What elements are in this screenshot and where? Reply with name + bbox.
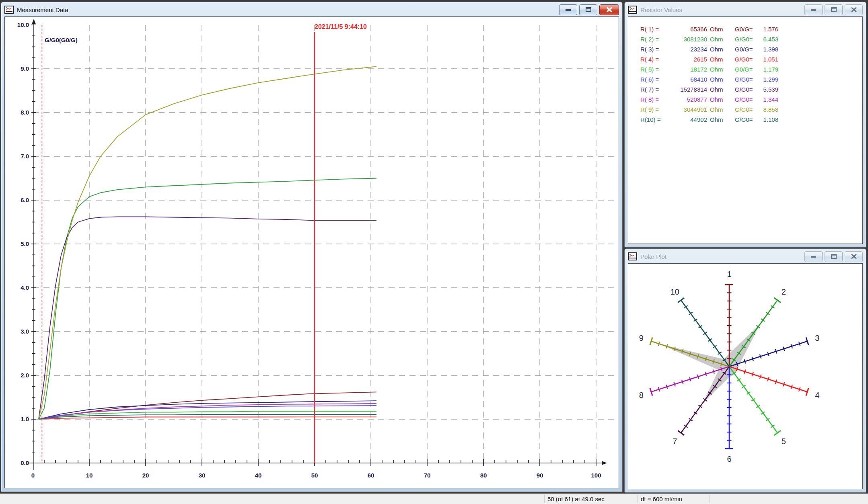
polar-ray-label: 8 (639, 391, 644, 400)
res-value: 65366 (672, 24, 707, 34)
res-ratio: 1.344 (759, 94, 778, 104)
res-ratio: 1.051 (759, 54, 778, 64)
status-bar: 50 (of 61) at 49.0 sec df = 600 ml/min (0, 494, 868, 504)
resistor-row: R(10) =44902OhmG/G0=1.108 (640, 115, 862, 125)
x-tick-label: 100 (591, 472, 601, 479)
minimize-button[interactable] (804, 4, 823, 15)
polar-titlebar[interactable]: Polar Plot (625, 249, 866, 263)
res-unit: Ohm (707, 94, 730, 104)
resistor-row: R( 7) =15278314OhmG/G0=5.539 (640, 84, 862, 94)
res-label: R( 6) = (640, 74, 672, 84)
x-tick-label: 50 (311, 472, 318, 479)
res-ratio-label: G/G0= (735, 84, 759, 94)
res-ratio-label: G0/G= (735, 44, 759, 54)
chart-app-icon[interactable] (628, 252, 638, 261)
desktop: { "desktop": { "background": "#3b3b3b" }… (0, 0, 868, 504)
res-value: 2615 (672, 54, 707, 64)
y-tick-label: 7.0 (21, 153, 29, 160)
polar-window-title: Polar Plot (640, 253, 666, 260)
resistor-row: R( 5) =18172OhmG0/G=1.179 (640, 64, 862, 74)
polar-ray-label: 7 (673, 437, 677, 446)
maximize-button[interactable] (579, 4, 597, 15)
polar-ray-5 (729, 367, 781, 435)
res-label: R( 4) = (640, 54, 672, 64)
close-button[interactable] (599, 4, 619, 15)
measurement-window-title: Measurement Data (17, 6, 68, 13)
resistors-titlebar[interactable]: Resistor Values (625, 2, 866, 16)
chart-app-icon[interactable] (4, 6, 14, 14)
res-label: R( 9) = (640, 104, 672, 115)
chart-y-axis-caption: G/G0(G0/G) (45, 37, 78, 43)
res-ratio-label: G/G0= (735, 115, 759, 125)
polar-ray-label: 4 (815, 391, 819, 400)
polar-chart: 12345678910 (628, 264, 863, 489)
close-button[interactable] (845, 4, 863, 15)
chart-app-icon[interactable] (628, 6, 638, 14)
res-unit: Ohm (707, 44, 730, 54)
res-ratio: 1.179 (759, 64, 778, 74)
res-unit: Ohm (707, 84, 730, 94)
res-ratio: 6.453 (759, 34, 778, 44)
res-unit: Ohm (707, 74, 730, 84)
res-ratio: 1.576 (759, 24, 778, 34)
y-tick-label: 1.0 (21, 416, 29, 422)
resistor-row: R( 8) =520877OhmG/G0=1.344 (640, 94, 862, 104)
res-label: R(10) = (640, 115, 672, 125)
status-flow-rate: df = 600 ml/min (641, 494, 682, 504)
x-tick-label: 40 (255, 472, 262, 479)
x-tick-label: 10 (86, 472, 93, 479)
timestamp-label: 2021/11/5 9:44:10 (315, 23, 367, 30)
polar-plot-area: 12345678910 (628, 263, 863, 489)
x-axis-arrow (602, 461, 607, 465)
resistor-list: R( 1) =65366OhmG0/G=1.576R( 2) =3081230O… (628, 17, 862, 125)
polar-ray-label: 3 (815, 334, 819, 342)
x-tick-label: 70 (424, 472, 431, 479)
resistor-row: R( 4) =2615OhmG/G0=1.051 (640, 54, 862, 64)
y-tick-label: 0.0 (21, 459, 29, 466)
x-tick-label: 60 (368, 472, 374, 479)
close-button[interactable] (845, 251, 863, 262)
minimize-button[interactable] (559, 4, 577, 15)
res-unit: Ohm (707, 54, 730, 64)
res-label: R( 3) = (640, 44, 672, 54)
y-tick-label: 6.0 (21, 197, 29, 203)
window-measurement-data: Measurement Data 0.01.02.03.04.05.06.07.… (1, 2, 623, 492)
measurement-titlebar[interactable]: Measurement Data (1, 2, 622, 16)
resistor-row: R( 9) =3044901OhmG/G0=8.858 (640, 104, 862, 115)
maximize-button[interactable] (825, 4, 843, 15)
polar-ray-label: 5 (782, 437, 786, 446)
maximize-button[interactable] (825, 251, 843, 262)
res-label: R( 2) = (640, 34, 672, 44)
window-polar-plot: Polar Plot 12345678910 (624, 248, 866, 493)
x-tick-label: 30 (199, 472, 206, 479)
resistor-row: R( 2) =3081230OhmG/G0=6.453 (640, 34, 862, 44)
y-tick-label: 3.0 (21, 328, 29, 335)
x-tick-label: 80 (480, 472, 487, 479)
res-unit: Ohm (707, 64, 730, 74)
minimize-button[interactable] (804, 251, 823, 262)
polar-ray-label: 9 (639, 334, 644, 342)
res-value: 3081230 (672, 34, 707, 44)
res-label: R( 7) = (640, 84, 672, 94)
res-ratio-label: G/G0= (735, 104, 759, 115)
x-tick-label: 90 (537, 472, 543, 479)
res-unit: Ohm (707, 115, 730, 125)
res-ratio: 5.539 (759, 84, 778, 94)
res-ratio-label: G/G0= (735, 54, 759, 64)
res-value: 18172 (672, 64, 707, 74)
x-tick-label: 0 (31, 472, 35, 479)
res-unit: Ohm (707, 34, 730, 44)
res-ratio-label: G/G0= (735, 34, 759, 44)
polar-ray-label: 2 (782, 287, 786, 296)
y-tick-label: 2.0 (21, 372, 29, 379)
res-ratio: 8.858 (759, 104, 778, 115)
res-label: R( 8) = (640, 94, 672, 104)
y-tick-label: 4.0 (21, 284, 29, 291)
measurement-chart[interactable]: 0.01.02.03.04.05.06.07.08.09.010.0010203… (5, 17, 619, 488)
res-ratio-label: G0/G= (735, 64, 759, 74)
status-separator (544, 495, 545, 503)
resistor-row: R( 3) =23234OhmG0/G=1.398 (640, 44, 862, 54)
y-axis-arrow (32, 19, 36, 24)
measurement-chart-area[interactable]: 0.01.02.03.04.05.06.07.08.09.010.0010203… (4, 16, 619, 488)
res-ratio: 1.398 (759, 44, 778, 54)
